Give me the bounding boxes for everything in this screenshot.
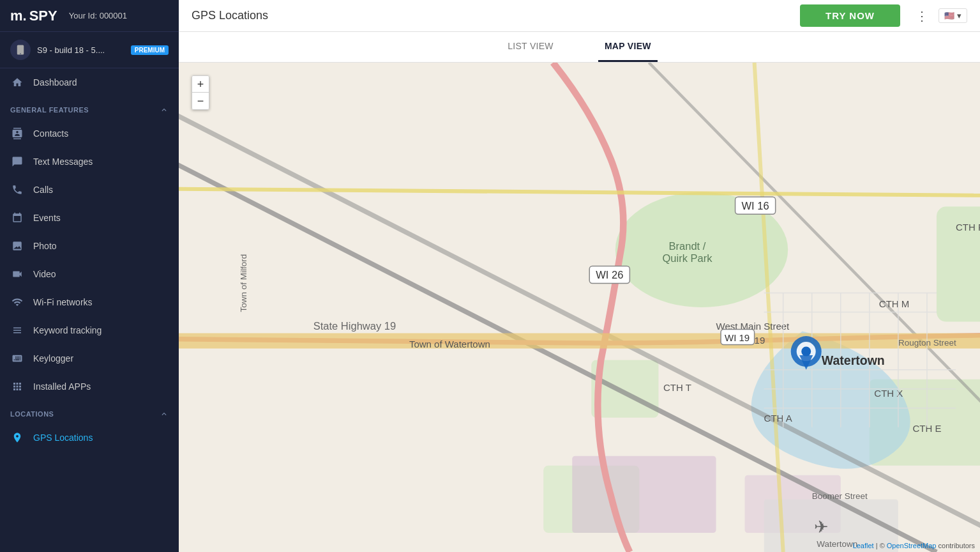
svg-text:Boomer Street: Boomer Street — [812, 491, 868, 501]
osm-link[interactable]: OpenStreetMap — [887, 542, 937, 549]
logo: m.SPY — [10, 8, 57, 24]
svg-text:✈: ✈ — [814, 518, 829, 537]
installed-apps-icon — [10, 379, 24, 394]
photo-label: Photo — [33, 241, 57, 251]
page-title: GPS Locations — [192, 9, 800, 22]
svg-text:Watertown: Watertown — [817, 539, 857, 549]
more-options-icon[interactable]: ⋮ — [913, 6, 931, 26]
attribution-separator: | © — [876, 542, 887, 549]
photo-icon — [10, 239, 24, 253]
keylogger-label: Keylogger — [33, 353, 73, 364]
tab-map-view[interactable]: MAP VIEW — [598, 32, 658, 62]
svg-text:CTH M: CTH M — [879, 298, 909, 309]
svg-point-64 — [801, 347, 811, 356]
svg-text:Brandt /: Brandt / — [669, 240, 706, 252]
general-features-header[interactable]: GENERAL FEATURES — [0, 96, 179, 119]
main-content: GPS Locations TRY NOW ⋮ 🇺🇸 ▾ LIST VIEW M… — [179, 0, 980, 552]
contacts-icon — [10, 126, 24, 141]
zoom-out-button[interactable]: − — [192, 93, 209, 109]
dashboard-label: Dashboard — [33, 77, 77, 88]
sidebar-item-photo[interactable]: Photo — [0, 232, 179, 260]
svg-rect-8 — [572, 456, 716, 533]
flag-icon: 🇺🇸 — [944, 11, 954, 20]
calls-label: Calls — [33, 185, 53, 195]
leaflet-link[interactable]: Leaflet — [853, 542, 874, 549]
gps-locations-label: GPS Locations — [33, 433, 93, 443]
sidebar-item-keyword-tracking[interactable]: Keyword tracking — [0, 316, 179, 344]
keylogger-icon — [10, 351, 24, 365]
gps-icon — [10, 431, 24, 445]
sidebar-item-keylogger[interactable]: Keylogger — [0, 344, 179, 372]
chevron-down-icon: ▾ — [957, 11, 961, 20]
sidebar: m.SPY Your Id: 000001 S9 - build 18 - 5.… — [0, 0, 179, 552]
tab-list-view[interactable]: LIST VIEW — [501, 32, 560, 62]
svg-text:Quirk Park: Quirk Park — [662, 252, 712, 264]
map-svg: State Highway 19 Town of Watertown West … — [179, 63, 980, 552]
device-name: S9 - build 18 - 5.... — [37, 45, 124, 55]
general-features-label: GENERAL FEATURES — [10, 106, 89, 114]
events-icon — [10, 211, 24, 225]
try-now-button[interactable]: TRY NOW — [800, 4, 900, 27]
svg-text:CTH A: CTH A — [764, 413, 792, 424]
text-messages-label: Text Messages — [33, 157, 93, 167]
zoom-in-button[interactable]: + — [192, 76, 209, 93]
user-id: Your Id: 000001 — [69, 11, 127, 20]
zoom-controls: + − — [192, 75, 209, 110]
svg-rect-16 — [179, 334, 980, 349]
keyword-tracking-label: Keyword tracking — [33, 325, 102, 335]
topbar-right: ⋮ 🇺🇸 ▾ — [913, 6, 967, 26]
sidebar-item-gps-locations[interactable]: GPS Locations — [0, 424, 179, 452]
sidebar-item-wifi[interactable]: Wi-Fi networks — [0, 288, 179, 316]
svg-text:State Highway 19: State Highway 19 — [313, 320, 396, 332]
device-bar: S9 - build 18 - 5.... PREMIUM — [0, 32, 179, 68]
home-icon — [10, 75, 24, 89]
svg-text:WI 16: WI 16 — [742, 200, 769, 212]
svg-text:CTH R: CTH R — [956, 222, 980, 233]
tabs-bar: LIST VIEW MAP VIEW — [179, 32, 980, 63]
keyword-icon — [10, 323, 24, 337]
sidebar-item-contacts[interactable]: Contacts — [0, 119, 179, 148]
locations-header[interactable]: LOCATIONS — [0, 401, 179, 424]
premium-badge: PREMIUM — [131, 45, 169, 55]
logo-m: m. — [10, 8, 27, 24]
svg-text:WI 26: WI 26 — [596, 269, 623, 281]
svg-text:Town of Watertown: Town of Watertown — [409, 339, 490, 349]
attribution-contributors: contributors — [939, 542, 975, 549]
locations-label: LOCATIONS — [10, 410, 54, 418]
svg-text:Town of Milford: Town of Milford — [239, 254, 248, 312]
wifi-label: Wi-Fi networks — [33, 297, 93, 307]
svg-text:Watertown: Watertown — [822, 353, 885, 367]
map-attribution: Leaflet | © OpenStreetMap contributors — [853, 542, 975, 549]
installed-apps-label: Installed APPs — [33, 381, 91, 392]
svg-text:Rougton Street: Rougton Street — [898, 338, 956, 348]
chevron-up-icon-locations — [160, 410, 169, 418]
sidebar-item-video[interactable]: Video — [0, 260, 179, 288]
sidebar-topbar: m.SPY Your Id: 000001 — [0, 0, 179, 32]
chevron-up-icon — [160, 105, 169, 114]
map-container: + − — [179, 63, 980, 552]
language-selector[interactable]: 🇺🇸 ▾ — [939, 8, 967, 23]
svg-text:CTH T: CTH T — [663, 382, 691, 393]
svg-text:WI 19: WI 19 — [725, 332, 750, 343]
calls-icon — [10, 183, 24, 197]
video-icon — [10, 267, 24, 281]
video-label: Video — [33, 269, 56, 279]
sidebar-item-dashboard[interactable]: Dashboard — [0, 68, 179, 96]
events-label: Events — [33, 213, 61, 223]
wifi-icon — [10, 295, 24, 309]
text-messages-icon — [10, 155, 24, 169]
device-icon — [10, 40, 31, 60]
logo-spy: SPY — [29, 8, 57, 24]
contacts-label: Contacts — [33, 128, 68, 139]
sidebar-item-text-messages[interactable]: Text Messages — [0, 148, 179, 176]
sidebar-item-events[interactable]: Events — [0, 204, 179, 232]
sidebar-item-installed-apps[interactable]: Installed APPs — [0, 372, 179, 401]
sidebar-item-calls[interactable]: Calls — [0, 176, 179, 204]
main-topbar: GPS Locations TRY NOW ⋮ 🇺🇸 ▾ — [179, 0, 980, 32]
